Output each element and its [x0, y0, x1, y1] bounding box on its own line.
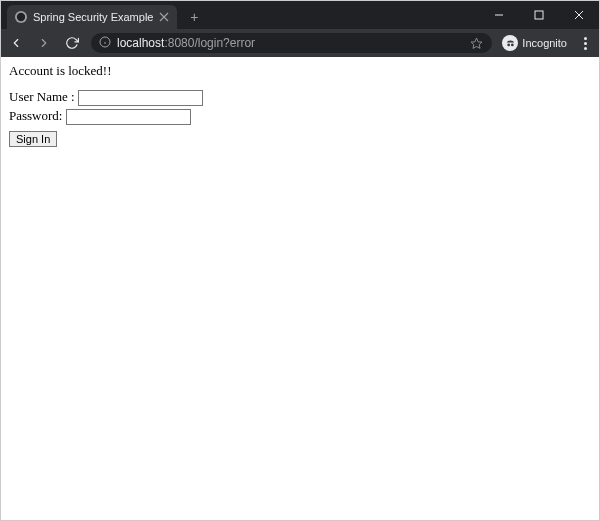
close-icon[interactable] [159, 12, 169, 22]
svg-point-9 [584, 42, 587, 45]
globe-icon [15, 11, 27, 23]
username-input[interactable] [78, 90, 203, 106]
browser-tab[interactable]: Spring Security Example [7, 5, 177, 29]
minimize-button[interactable] [479, 1, 519, 29]
svg-point-7 [511, 43, 514, 46]
new-tab-button[interactable]: + [185, 8, 203, 26]
bookmark-star-icon[interactable] [468, 37, 484, 50]
address-bar[interactable]: localhost:8080/login?error [91, 33, 492, 53]
url-port: :8080 [164, 36, 194, 50]
window-controls [479, 1, 599, 29]
browser-toolbar: localhost:8080/login?error Incognito [1, 29, 599, 57]
url-host: localhost [117, 36, 164, 50]
svg-rect-1 [535, 11, 543, 19]
close-window-button[interactable] [559, 1, 599, 29]
svg-point-6 [507, 43, 510, 46]
incognito-icon [502, 35, 518, 51]
reload-button[interactable] [63, 34, 81, 52]
svg-point-0 [17, 13, 25, 21]
password-label: Password: [9, 108, 62, 123]
kebab-menu-icon[interactable] [577, 37, 593, 50]
page-content: Account is locked!! User Name : Password… [1, 57, 599, 153]
incognito-label: Incognito [522, 37, 567, 49]
site-info-icon[interactable] [99, 36, 111, 51]
svg-marker-5 [471, 38, 482, 48]
incognito-indicator[interactable]: Incognito [502, 35, 567, 51]
maximize-button[interactable] [519, 1, 559, 29]
password-row: Password: [9, 108, 591, 125]
svg-point-10 [584, 47, 587, 50]
forward-button[interactable] [35, 34, 53, 52]
username-row: User Name : [9, 89, 591, 106]
tab-title: Spring Security Example [33, 11, 153, 23]
svg-point-8 [584, 37, 587, 40]
error-message: Account is locked!! [9, 63, 591, 79]
username-label: User Name : [9, 89, 75, 104]
login-form: User Name : Password: Sign In [9, 89, 591, 147]
url-path: /login?error [194, 36, 255, 50]
sign-in-button[interactable]: Sign In [9, 131, 57, 147]
window-titlebar: Spring Security Example + [1, 1, 599, 29]
url-text: localhost:8080/login?error [117, 36, 255, 50]
back-button[interactable] [7, 34, 25, 52]
password-input[interactable] [66, 109, 191, 125]
